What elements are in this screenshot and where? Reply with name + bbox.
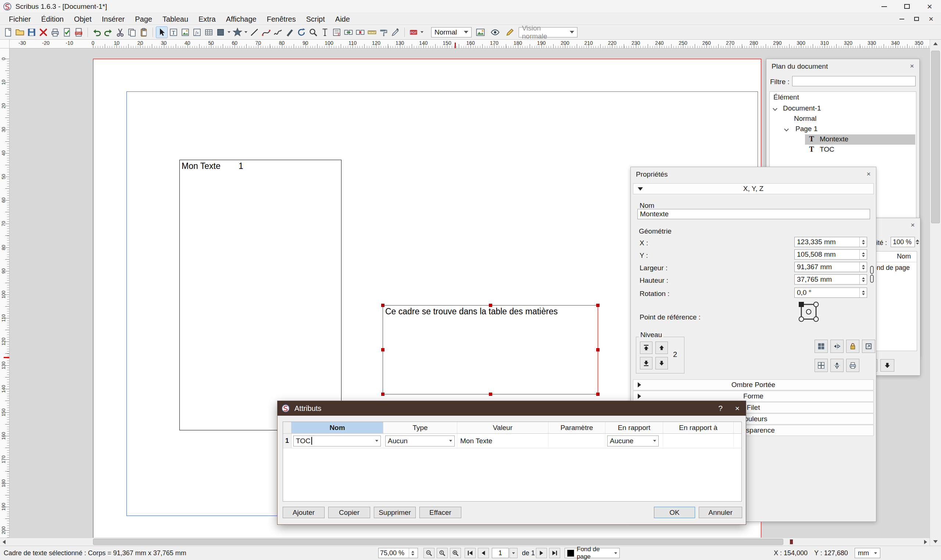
image-visual-appearance-button[interactable] xyxy=(475,26,486,38)
insert-calligraphic-line-icon[interactable] xyxy=(284,26,296,38)
horizontal-ruler[interactable]: -30-20-100102030405060708090100110120130… xyxy=(9,40,930,48)
insert-shape-icon[interactable] xyxy=(214,26,227,38)
filter-input[interactable] xyxy=(792,76,916,86)
spinner-buttons[interactable] xyxy=(859,250,867,259)
open-document-icon[interactable] xyxy=(14,26,26,38)
last-page-button[interactable] xyxy=(549,548,560,558)
current-layer-combo[interactable]: Fond de page xyxy=(565,548,620,558)
spinner-buttons[interactable] xyxy=(859,288,867,297)
insert-text-frame-icon[interactable]: T xyxy=(168,26,179,38)
menu-item-script[interactable]: Script xyxy=(301,13,330,25)
expander-icon[interactable] xyxy=(773,106,777,111)
undo-icon[interactable] xyxy=(91,26,103,38)
ruler-origin-box[interactable] xyxy=(0,40,9,48)
selection-handle[interactable] xyxy=(596,392,600,396)
copy-icon[interactable] xyxy=(126,26,138,38)
width-input[interactable]: 91,367 mm xyxy=(794,262,867,272)
insert-polygon-icon[interactable] xyxy=(231,26,243,38)
section-xyz[interactable]: X, Y, Z xyxy=(633,183,874,194)
zoom-100-button[interactable] xyxy=(437,548,448,558)
page-number-input[interactable]: 1 xyxy=(492,548,509,558)
annuler-button[interactable]: Annuler xyxy=(699,507,742,518)
vertical-scrollbar[interactable] xyxy=(930,40,941,546)
attribute-value-cell[interactable]: Mon Texte xyxy=(457,437,492,445)
basepoint-selector[interactable] xyxy=(797,300,821,323)
vision-mode-combo[interactable]: Vision normale xyxy=(519,27,577,37)
opacity-spinner[interactable] xyxy=(915,237,920,247)
ajouter-button[interactable]: Ajouter xyxy=(283,507,325,518)
preflight-verifier-icon[interactable] xyxy=(61,26,73,38)
vertical-ruler[interactable]: 0102030405060708090100110120130140150160… xyxy=(0,48,9,538)
help-button[interactable]: ? xyxy=(712,401,729,416)
edit-text-with-story-editor-icon[interactable]: T xyxy=(331,26,342,38)
spinner-buttons[interactable] xyxy=(859,237,867,247)
lock-size-button[interactable] xyxy=(862,340,875,353)
lower-layer-button[interactable] xyxy=(880,359,894,372)
selection-handle[interactable] xyxy=(381,304,384,307)
selection-handle[interactable] xyxy=(489,304,492,307)
paste-icon[interactable] xyxy=(138,26,150,38)
insert-polygon-dropdown-arrow[interactable] xyxy=(243,26,248,38)
column-header-type[interactable]: Type xyxy=(383,422,457,433)
rotate-item-icon[interactable] xyxy=(296,26,307,38)
lock-object-button[interactable] xyxy=(846,340,859,353)
zoom-level-input[interactable]: 75,00 % xyxy=(378,548,418,558)
cut-icon[interactable] xyxy=(114,26,126,38)
column-header-nom[interactable]: Nom xyxy=(292,422,383,433)
lower-to-bottom-button[interactable] xyxy=(640,357,653,369)
tree-item-toc[interactable]: T TOC xyxy=(770,145,916,155)
spinner-buttons[interactable] xyxy=(409,548,416,558)
attribute-relationship-combo[interactable]: Aucune xyxy=(607,435,659,446)
new-document-icon[interactable] xyxy=(2,26,14,38)
zoom-icon[interactable] xyxy=(307,26,319,38)
insert-render-frame-icon[interactable]: fx xyxy=(191,26,203,38)
opacity-input[interactable]: 100 % xyxy=(891,237,915,247)
raise-to-top-button[interactable] xyxy=(640,342,653,354)
edit-contents-icon[interactable] xyxy=(319,26,331,38)
link-width-height-icon[interactable] xyxy=(869,263,875,285)
menu-item-fenetres[interactable]: Fenêtres xyxy=(262,13,301,25)
text-frame-toc-selected[interactable]: Ce cadre se trouve dans la table des mat… xyxy=(383,305,598,394)
height-input[interactable]: 37,765 mm xyxy=(794,274,867,285)
panel-close-button[interactable]: × xyxy=(907,62,916,71)
select-item-icon[interactable] xyxy=(156,26,168,38)
tree-item-document-1[interactable]: Document-1 xyxy=(770,103,916,114)
panel-close-button[interactable]: × xyxy=(864,170,873,178)
insert-shape-dropdown-arrow[interactable] xyxy=(227,26,231,38)
menu-item-page[interactable]: Page xyxy=(130,13,157,25)
eye-dropper-icon[interactable] xyxy=(390,26,401,38)
scroll-right-button[interactable] xyxy=(921,538,930,546)
panel-close-button[interactable]: × xyxy=(908,221,917,229)
unlink-text-frames-icon[interactable] xyxy=(354,26,366,38)
mdi-restore-button[interactable] xyxy=(912,15,920,23)
preview-mode-eye-button[interactable] xyxy=(489,26,501,38)
close-document-icon[interactable] xyxy=(37,26,49,38)
menu-item-tableau[interactable]: Tableau xyxy=(157,13,193,25)
lower-button[interactable] xyxy=(656,357,668,369)
first-page-button[interactable] xyxy=(464,548,476,558)
expander-icon[interactable] xyxy=(784,127,789,131)
insert-table-icon[interactable] xyxy=(203,26,214,38)
tree-item-normal[interactable]: Normal xyxy=(770,114,916,124)
selection-handle[interactable] xyxy=(596,304,600,307)
mdi-minimize-button[interactable] xyxy=(898,15,906,23)
close-button[interactable]: × xyxy=(918,0,941,13)
menu-item-edition[interactable]: Édition xyxy=(36,13,69,25)
spinner-buttons[interactable] xyxy=(859,262,867,272)
copy-item-properties-icon[interactable] xyxy=(378,26,390,38)
column-header-valeur[interactable]: Valeur xyxy=(457,422,548,433)
zoom-out-button[interactable] xyxy=(423,548,435,558)
copier-button[interactable]: Copier xyxy=(328,507,370,518)
menu-item-aide[interactable]: Aide xyxy=(330,13,355,25)
maximize-button[interactable] xyxy=(895,0,918,13)
print-document-icon[interactable] xyxy=(49,26,61,38)
mdi-close-button[interactable]: × xyxy=(927,15,935,23)
section-ombre-portee[interactable]: Ombre Portée xyxy=(633,379,874,390)
section-forme[interactable]: Forme xyxy=(633,391,874,402)
edit-in-preview-button[interactable] xyxy=(504,26,516,38)
ungroup-objects-button[interactable] xyxy=(815,359,828,372)
save-document-icon[interactable] xyxy=(26,26,37,38)
selection-handle[interactable] xyxy=(489,392,492,396)
effacer-button[interactable]: Effacer xyxy=(420,507,461,518)
name-input[interactable]: Montexte xyxy=(637,209,870,219)
